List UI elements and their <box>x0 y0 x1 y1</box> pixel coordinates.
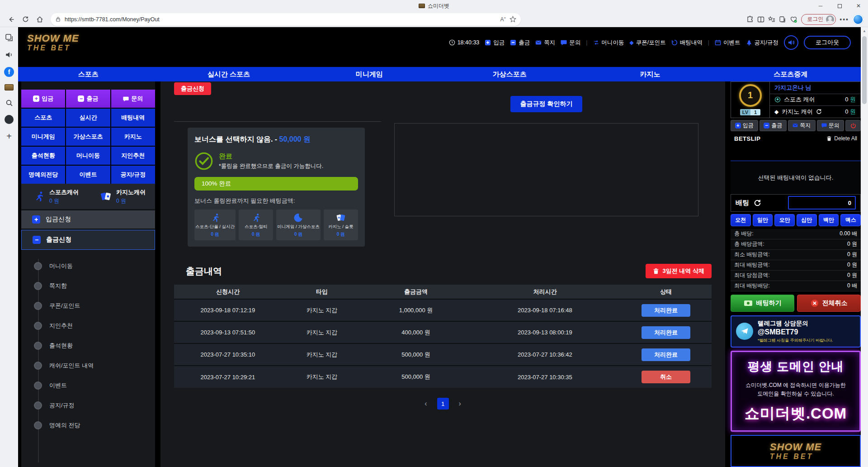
sidebar-item-deposit[interactable]: + 입금신청 <box>21 210 155 229</box>
scrollbar-thumb[interactable] <box>862 36 867 104</box>
grid-money-transfer[interactable]: 머니이동 <box>66 147 110 165</box>
quick-50000-button[interactable]: 오만 <box>774 214 795 226</box>
telegram-contact-box[interactable]: 텔레그램 상담문의 @SMBET79 *텔레그램 사칭을 주의해주시기 바랍니다… <box>731 315 861 348</box>
header-menu-event[interactable]: 이벤트 <box>715 39 741 47</box>
sidebar-item-withdraw[interactable]: − 출금신청 <box>21 230 155 250</box>
add-sidebar-item-icon[interactable]: + <box>6 131 12 142</box>
nav-virtual-sports[interactable]: 가상스포츠 <box>439 67 580 81</box>
refresh-icon[interactable] <box>754 199 761 207</box>
quick-max-button[interactable]: 맥스 <box>840 214 861 226</box>
delete-old-history-button[interactable]: 3일전 내역 삭제 <box>646 264 712 278</box>
nav-live-sports[interactable]: 실시간 스포츠 <box>159 67 299 81</box>
quick-1000000-button[interactable]: 백만 <box>819 214 839 226</box>
prev-page-icon[interactable]: ‹ <box>425 400 427 408</box>
nav-sports-broadcast[interactable]: 스포츠중계 <box>720 67 861 81</box>
status-badge[interactable]: 처리완료 <box>642 326 690 339</box>
header-menu-withdraw[interactable]: 출금 <box>510 39 530 47</box>
read-aloud-icon[interactable]: A» <box>500 16 506 23</box>
grid-withdraw[interactable]: −출금 <box>66 90 110 108</box>
grid-minigame[interactable]: 미니게임 <box>21 128 65 146</box>
sidebar-item-money-transfer[interactable]: 머니이동 <box>21 256 155 276</box>
sidebar-item-hall-of-fame[interactable]: 명예의 전당 <box>21 415 155 435</box>
sidebar-item-cash-history[interactable]: 캐쉬/포인트 내역 <box>21 356 155 376</box>
delete-all-button[interactable]: Delete All <box>826 135 857 142</box>
grid-virtual[interactable]: 가상스포츠 <box>66 128 110 146</box>
header-menu-coupon[interactable]: ◆ 쿠폰/포인트 <box>630 39 666 47</box>
nav-casino[interactable]: 카지노 <box>580 67 721 81</box>
header-menu-money-transfer[interactable]: 머니이동 <box>593 39 624 47</box>
site-logo[interactable]: SHOW ME THE BET <box>27 33 79 52</box>
grid-deposit[interactable]: +입금 <box>21 90 65 108</box>
grid-attendance[interactable]: 출석현황 <box>21 147 65 165</box>
mini-message-button[interactable]: 쪽지 <box>788 120 816 131</box>
settings-menu-icon[interactable]: ••• <box>840 16 849 23</box>
sidebar-item-attendance[interactable]: 출석현황 <box>21 336 155 356</box>
split-screen-icon[interactable] <box>757 16 764 23</box>
grid-referral[interactable]: 지인추천 <box>111 147 155 165</box>
tab-actions-icon[interactable] <box>4 33 14 43</box>
quick-10000-button[interactable]: 일만 <box>753 214 773 226</box>
nav-sports[interactable]: 스포츠 <box>18 67 159 81</box>
maximize-button[interactable] <box>830 0 849 12</box>
page-number[interactable]: 1 <box>437 398 449 410</box>
sidebar-item-notice[interactable]: 공지/규정 <box>21 396 155 415</box>
favorite-star-icon[interactable] <box>509 16 516 23</box>
status-badge[interactable]: 처리완료 <box>642 348 690 361</box>
header-menu-notice[interactable]: 공지/규정 <box>746 39 778 47</box>
browser-tab[interactable]: 쇼미더벳 <box>419 2 449 10</box>
next-page-icon[interactable]: › <box>459 400 461 408</box>
site-shortcut-icon[interactable] <box>5 84 14 91</box>
sidebar-item-referral[interactable]: 지인추천 <box>21 316 155 336</box>
withdraw-rules-button[interactable]: 출금규정 확인하기 <box>510 96 583 112</box>
logout-button[interactable]: 로그아웃 <box>804 36 851 49</box>
grid-event[interactable]: 이벤트 <box>66 166 110 184</box>
copilot-icon[interactable] <box>853 14 863 25</box>
back-icon[interactable] <box>5 13 17 26</box>
header-menu-deposit[interactable]: 입금 <box>485 39 505 47</box>
sidebar-item-event[interactable]: 이벤트 <box>21 376 155 396</box>
logout-power-button[interactable] <box>845 120 861 131</box>
close-button[interactable]: ✕ <box>849 0 868 12</box>
facebook-icon[interactable]: f <box>4 67 14 77</box>
mini-withdraw-button[interactable]: −출금 <box>760 120 787 131</box>
quick-5000-button[interactable]: 오천 <box>731 214 751 226</box>
grid-bet-history[interactable]: 배팅내역 <box>111 109 155 127</box>
header-menu-inquiry[interactable]: 문의 <box>561 39 580 47</box>
audio-icon[interactable] <box>4 50 14 60</box>
domain-notice-banner[interactable]: 평생 도메인 안내 쇼미더벳.COM 에 접속하시면 이용가능한 도메인을 확인… <box>731 351 861 432</box>
quick-100000-button[interactable]: 십만 <box>797 214 817 226</box>
nav-minigame[interactable]: 미니게임 <box>299 67 439 81</box>
sound-toggle-button[interactable] <box>784 35 798 50</box>
bet-amount-input[interactable] <box>788 196 856 210</box>
address-bar[interactable]: https://smtb-7781.com/Money/PayOut A» <box>51 13 521 26</box>
grid-sports[interactable]: 스포츠 <box>21 109 65 127</box>
sidebar-item-messages[interactable]: 쪽지함 <box>21 276 155 296</box>
extensions-icon[interactable] <box>746 16 754 23</box>
home-icon[interactable] <box>33 13 46 26</box>
cancel-all-button[interactable]: 전체취소 <box>797 295 861 312</box>
grid-live[interactable]: 실시간 <box>66 109 110 127</box>
browser-essentials-icon[interactable] <box>790 16 797 23</box>
grid-casino[interactable]: 카지노 <box>111 128 155 146</box>
mini-deposit-button[interactable]: +입금 <box>731 120 758 131</box>
search-icon[interactable] <box>4 98 14 108</box>
reload-icon[interactable] <box>19 13 32 26</box>
scroll-up-icon[interactable]: ▲ <box>861 29 868 33</box>
collections-icon[interactable] <box>768 16 775 23</box>
copy-page-icon[interactable] <box>779 16 786 23</box>
refresh-icon[interactable] <box>816 109 822 114</box>
grid-inquiry[interactable]: 문의 <box>111 90 155 108</box>
mini-inquiry-button[interactable]: 문의 <box>817 120 844 131</box>
browser-login-button[interactable]: 로그인 <box>801 14 836 25</box>
minimize-button[interactable]: ─ <box>811 0 830 12</box>
grid-hall-of-fame[interactable]: 명예의전당 <box>21 166 65 184</box>
page-scrollbar[interactable]: ▲ <box>861 27 868 467</box>
grid-notice[interactable]: 공지/규정 <box>111 166 155 184</box>
status-badge[interactable]: 취소 <box>642 371 690 383</box>
extension-shortcut-icon[interactable] <box>5 115 14 124</box>
status-badge[interactable]: 처리완료 <box>642 304 690 317</box>
withdraw-submit-button[interactable]: 출금신청 <box>174 82 211 95</box>
header-menu-bet-history[interactable]: 배팅내역 <box>671 39 703 47</box>
header-menu-message[interactable]: 쪽지 <box>535 39 555 47</box>
site-logo-banner[interactable]: SHOW ME THE BET <box>731 435 861 467</box>
